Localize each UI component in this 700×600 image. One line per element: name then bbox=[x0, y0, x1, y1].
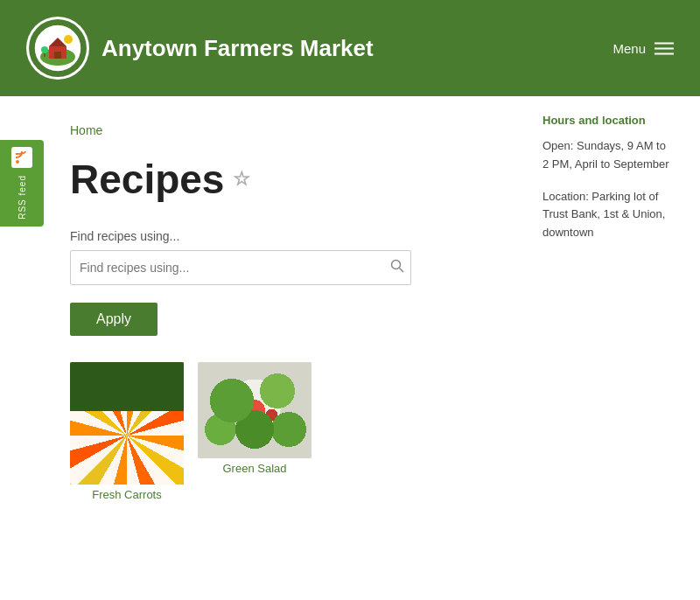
breadcrumb: Home bbox=[70, 122, 472, 138]
logo-circle bbox=[26, 17, 89, 80]
hamburger-icon[interactable] bbox=[654, 42, 674, 54]
recipe-card: Fresh Carrots bbox=[70, 362, 184, 501]
page-title: Recipes ☆ bbox=[70, 156, 472, 203]
svg-line-10 bbox=[400, 269, 404, 273]
location-text: Location: Parking lot of Trust Bank, 1st… bbox=[542, 188, 674, 242]
salad-link[interactable]: Green Salad bbox=[223, 462, 287, 475]
right-sidebar: Hours and location Open: Sundays, 9 AM t… bbox=[525, 96, 700, 600]
svg-rect-4 bbox=[54, 52, 61, 59]
carrots-link[interactable]: Fresh Carrots bbox=[92, 488, 161, 501]
logo-area: Anytown Farmers Market bbox=[26, 17, 374, 80]
svg-point-5 bbox=[64, 35, 73, 44]
apply-button[interactable]: Apply bbox=[70, 303, 158, 336]
logo-svg bbox=[33, 24, 82, 73]
search-submit-button[interactable] bbox=[390, 259, 404, 276]
salad-image bbox=[198, 362, 312, 458]
recipe-grid: Fresh Carrots Green Salad bbox=[70, 362, 472, 501]
menu-label[interactable]: Menu bbox=[612, 41, 646, 56]
page-wrapper: Home Recipes ☆ Find recipes using... App… bbox=[0, 96, 700, 600]
carrots-image bbox=[70, 362, 184, 485]
search-icon bbox=[390, 259, 404, 273]
hours-title: Hours and location bbox=[542, 114, 674, 127]
rss-icon-box bbox=[11, 147, 32, 168]
breadcrumb-home[interactable]: Home bbox=[70, 123, 102, 137]
recipe-card: Green Salad bbox=[198, 362, 312, 501]
svg-point-8 bbox=[16, 160, 19, 164]
rss-icon bbox=[15, 150, 29, 164]
page-title-text: Recipes bbox=[70, 156, 224, 203]
search-wrapper bbox=[70, 250, 411, 285]
search-label: Find recipes using... bbox=[70, 229, 472, 243]
svg-point-9 bbox=[392, 261, 401, 269]
hamburger-line-3 bbox=[654, 52, 674, 54]
rss-label: RSS feed bbox=[18, 175, 27, 220]
site-header: Anytown Farmers Market Menu bbox=[0, 0, 700, 96]
hamburger-line-2 bbox=[654, 47, 674, 49]
svg-point-7 bbox=[41, 46, 48, 53]
hours-text: Open: Sundays, 9 AM to 2 PM, April to Se… bbox=[542, 137, 674, 174]
main-content: Home Recipes ☆ Find recipes using... App… bbox=[0, 96, 525, 600]
logo-inner bbox=[29, 19, 87, 77]
header-nav[interactable]: Menu bbox=[612, 41, 674, 56]
search-input[interactable] bbox=[70, 250, 411, 285]
hamburger-line-1 bbox=[654, 42, 674, 44]
rss-sidebar[interactable]: RSS feed bbox=[0, 140, 44, 227]
site-title: Anytown Farmers Market bbox=[102, 35, 374, 62]
favorite-star-icon[interactable]: ☆ bbox=[233, 168, 250, 191]
